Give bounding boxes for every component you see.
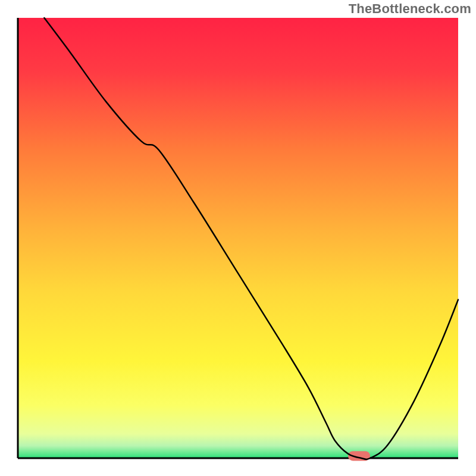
chart-container: { "watermark": "TheBottleneck.com", "cha… xyxy=(0,0,476,476)
plot-background xyxy=(18,18,458,458)
watermark-text: TheBottleneck.com xyxy=(349,1,471,17)
chart-svg xyxy=(0,0,476,476)
